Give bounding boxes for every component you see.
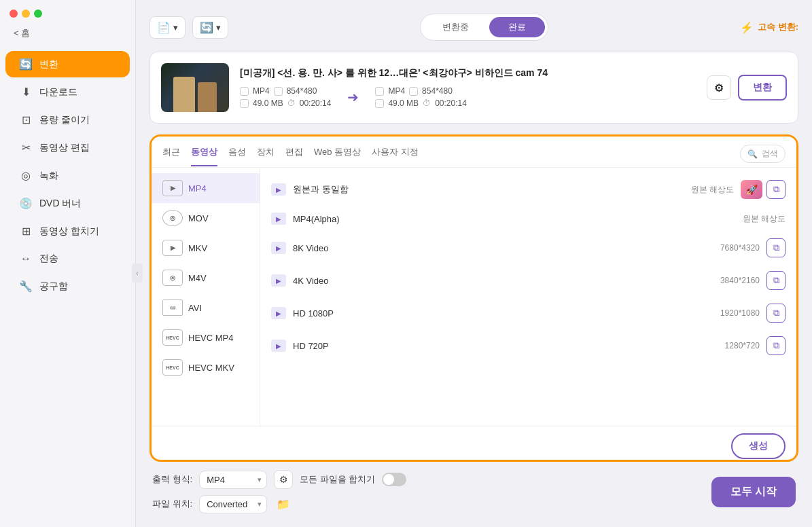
output-settings-button[interactable]: ⚙ bbox=[274, 470, 293, 489]
merge-icon: ⊞ bbox=[19, 225, 33, 238]
sidebar-home[interactable]: 홈 bbox=[0, 27, 135, 50]
preset-hd1080-copy-button[interactable]: ⧉ bbox=[766, 304, 785, 323]
file-location-label: 파일 위치: bbox=[152, 498, 192, 510]
sidebar-item-record-label: 녹화 bbox=[39, 170, 58, 182]
tab-converting[interactable]: 변환중 bbox=[423, 17, 488, 37]
mov-icon: ◎ bbox=[162, 210, 183, 226]
file-meta: MP4 854*480 49.0 MB ⏱ 00:20:14 ➜ bbox=[240, 86, 696, 108]
preset-same-res: 원본 해상도 bbox=[679, 184, 734, 196]
preset-hd1080-actions: ⧉ bbox=[766, 304, 785, 323]
format-body: ▶ MP4 ◎ MOV ▶ MKV ◎ M4V ▭ AVI bbox=[152, 168, 796, 426]
sidebar-item-download[interactable]: ⬇ 다운로드 bbox=[5, 79, 130, 105]
format-tab-web[interactable]: Web 동영상 bbox=[314, 146, 361, 166]
sidebar-item-transfer-label: 전송 bbox=[39, 253, 58, 265]
output-format-select[interactable]: MP4 bbox=[199, 471, 267, 489]
format-item-hevc-mkv[interactable]: HEVC HEVC MKV bbox=[152, 352, 260, 382]
bottom-bar: 출력 형식: MP4 ⚙ 모든 파일을 합치기 파일 위치: Converted bbox=[149, 470, 798, 513]
close-window-button[interactable] bbox=[10, 10, 18, 18]
dst-format-checkbox bbox=[375, 87, 384, 96]
file-settings-button[interactable]: ⚙ bbox=[707, 75, 731, 100]
format-search-box[interactable]: 🔍 검색 bbox=[740, 145, 785, 163]
dst-resolution: 854*480 bbox=[422, 86, 453, 96]
preset-8k-copy-button[interactable]: ⧉ bbox=[766, 238, 785, 257]
edit-icon: ✂ bbox=[19, 141, 33, 154]
dst-size: 49.0 MB bbox=[388, 98, 419, 108]
preset-same-copy-button[interactable]: ⧉ bbox=[766, 180, 785, 199]
m4v-icon: ◎ bbox=[162, 270, 183, 286]
preset-rocket-icon[interactable]: 🚀 bbox=[741, 180, 762, 199]
format-tab-custom[interactable]: 사용자 지정 bbox=[372, 146, 419, 166]
format-tab-audio[interactable]: 음성 bbox=[228, 146, 246, 166]
format-tab-video[interactable]: 동영상 bbox=[191, 146, 217, 166]
format-item-hevc-mp4[interactable]: HEVC HEVC MP4 bbox=[152, 323, 260, 352]
preset-hd720-label: HD 720P bbox=[293, 341, 699, 351]
add-file-button[interactable]: 📄 ▾ bbox=[149, 16, 186, 39]
preset-8k-label: 8K Video bbox=[293, 243, 699, 253]
create-preset-button[interactable]: 생성 bbox=[731, 433, 785, 459]
tab-done[interactable]: 완료 bbox=[489, 17, 545, 37]
conversion-arrow-icon: ➜ bbox=[347, 89, 359, 105]
preset-4k[interactable]: ▶ 4K Video 3840*2160 ⧉ bbox=[260, 264, 796, 297]
open-folder-button[interactable]: 📁 bbox=[274, 494, 293, 513]
format-item-mkv[interactable]: ▶ MKV bbox=[152, 233, 260, 263]
format-tab-edit[interactable]: 편집 bbox=[285, 146, 303, 166]
minimize-window-button[interactable] bbox=[22, 10, 30, 18]
preset-4k-actions: ⧉ bbox=[766, 271, 785, 290]
format-item-m4v[interactable]: ◎ M4V bbox=[152, 263, 260, 293]
sidebar-item-transfer[interactable]: ↔ 전송 bbox=[5, 246, 130, 272]
preset-hd720-copy-button[interactable]: ⧉ bbox=[766, 336, 785, 355]
preset-alpha-icon: ▶ bbox=[271, 213, 286, 225]
format-item-avi[interactable]: ▭ AVI bbox=[152, 293, 260, 323]
preset-hd1080-res: 1920*1080 bbox=[705, 308, 760, 318]
dst-duration: 00:20:14 bbox=[435, 98, 467, 108]
format-item-mkv-label: MKV bbox=[188, 243, 207, 253]
dst-size-checkbox bbox=[375, 99, 384, 108]
output-format-row: 출력 형식: MP4 ⚙ 모든 파일을 합치기 bbox=[152, 470, 406, 489]
main-content: 📄 ▾ 🔄 ▾ 변환중 완료 ⚡ 고속 변환: [미공개] <선. 용. 만. … bbox=[136, 0, 812, 527]
add-url-button[interactable]: 🔄 ▾ bbox=[192, 16, 228, 39]
sidebar-item-compress[interactable]: ⊡ 용량 줄이기 bbox=[5, 107, 130, 133]
file-location-select[interactable]: Converted bbox=[199, 495, 267, 513]
format-tab-device[interactable]: 장치 bbox=[257, 146, 275, 166]
bottom-left: 출력 형식: MP4 ⚙ 모든 파일을 합치기 파일 위치: Converted bbox=[152, 470, 406, 513]
preset-8k[interactable]: ▶ 8K Video 7680*4320 ⧉ bbox=[260, 232, 796, 264]
sidebar-collapse-button[interactable]: ‹ bbox=[132, 264, 143, 283]
convert-button[interactable]: 변환 bbox=[738, 75, 787, 101]
start-all-button[interactable]: 모두 시작 bbox=[711, 477, 796, 507]
hevc-mkv-icon: HEVC bbox=[162, 359, 183, 376]
preset-hd720-res: 1280*720 bbox=[705, 341, 760, 350]
preset-hd720-icon: ▶ bbox=[271, 340, 286, 352]
preset-hd1080-icon: ▶ bbox=[271, 307, 286, 319]
maximize-window-button[interactable] bbox=[34, 10, 42, 18]
sidebar-item-edit[interactable]: ✂ 동영상 편집 bbox=[5, 134, 130, 161]
format-item-mp4-label: MP4 bbox=[188, 183, 207, 194]
sidebar: 홈 🔄 변환 ⬇ 다운로드 ⊡ 용량 줄이기 ✂ 동영상 편집 ◎ 녹화 💿 D… bbox=[0, 0, 136, 527]
dst-meta: MP4 854*480 49.0 MB ⏱ 00:20:14 bbox=[375, 86, 466, 108]
preset-hd1080[interactable]: ▶ HD 1080P 1920*1080 ⧉ bbox=[260, 297, 796, 329]
avi-icon: ▭ bbox=[162, 299, 183, 316]
file-card: [미공개] <선. 용. 만. 사> 를 위한 12…대은' <최강야구> 비하… bbox=[149, 52, 798, 124]
toolbox-icon: 🔧 bbox=[19, 280, 33, 293]
format-presets: ▶ 원본과 동일함 원본 해상도 🚀 ⧉ ▶ MP4(Alpha) 원본 해상도 bbox=[260, 168, 796, 426]
output-format-select-wrapper: MP4 bbox=[199, 471, 267, 489]
sidebar-item-convert-label: 변환 bbox=[39, 58, 58, 71]
format-tab-recent[interactable]: 최근 bbox=[162, 146, 180, 166]
preset-alpha[interactable]: ▶ MP4(Alpha) 원본 해상도 bbox=[260, 206, 796, 232]
format-item-mp4[interactable]: ▶ MP4 bbox=[152, 173, 260, 203]
sidebar-item-merge[interactable]: ⊞ 동영상 합치기 bbox=[5, 218, 130, 244]
src-format: MP4 bbox=[253, 86, 270, 96]
merge-toggle[interactable] bbox=[382, 473, 406, 486]
preset-4k-icon: ▶ bbox=[271, 274, 286, 287]
src-size-checkbox bbox=[240, 99, 249, 108]
speed-label: ⚡ 고속 변환: bbox=[740, 21, 798, 34]
format-item-m4v-label: M4V bbox=[188, 273, 207, 283]
format-item-mov[interactable]: ◎ MOV bbox=[152, 203, 260, 233]
sidebar-item-toolbox[interactable]: 🔧 공구함 bbox=[5, 273, 130, 299]
sidebar-item-convert[interactable]: 🔄 변환 bbox=[5, 51, 130, 77]
speed-text: 고속 변환: bbox=[758, 21, 798, 33]
preset-same[interactable]: ▶ 원본과 동일함 원본 해상도 🚀 ⧉ bbox=[260, 173, 796, 206]
sidebar-item-dvd[interactable]: 💿 DVD 버너 bbox=[5, 190, 130, 217]
preset-hd720[interactable]: ▶ HD 720P 1280*720 ⧉ bbox=[260, 329, 796, 362]
sidebar-item-record[interactable]: ◎ 녹화 bbox=[5, 162, 130, 189]
preset-4k-copy-button[interactable]: ⧉ bbox=[766, 271, 785, 290]
